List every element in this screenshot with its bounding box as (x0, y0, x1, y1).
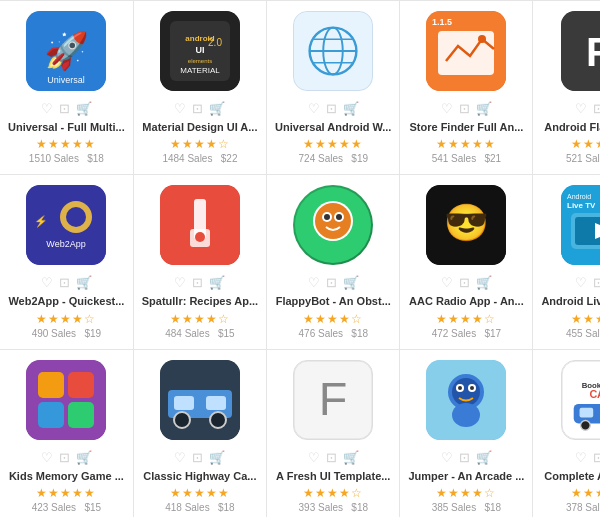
stars-material-design: ★★★★☆ (170, 137, 230, 151)
app-icon-highway[interactable] (160, 360, 240, 440)
like-icon-memory[interactable]: ♡ (41, 450, 53, 465)
meta-flappybot: 476 Sales $18 (299, 328, 369, 339)
download-icon-fresh-ui[interactable]: ⊡ (326, 450, 337, 465)
download-icon-livetv[interactable]: ⊡ (593, 275, 600, 290)
stars-aac-radio: ★★★★☆ (436, 312, 496, 326)
stars-highway: ★★★★★ (170, 486, 230, 500)
like-icon-store-finder[interactable]: ♡ (441, 101, 453, 116)
like-icon-universal[interactable]: ♡ (41, 101, 53, 116)
svg-text:🚀: 🚀 (44, 29, 89, 72)
download-icon-material-design[interactable]: ⊡ (192, 101, 203, 116)
download-icon-universal[interactable]: ⊡ (59, 101, 70, 116)
action-icons-aac-radio: ♡ ⊡ 🛒 (441, 275, 492, 290)
item-title-livetv: Android Live TV with... (541, 294, 600, 308)
app-item-fresh-ui: F ♡ ⊡ 🛒 A Fresh UI Template... ★★★★☆ 393… (267, 350, 400, 517)
like-icon-material-design[interactable]: ♡ (174, 101, 186, 116)
like-icon-flappybot[interactable]: ♡ (308, 275, 320, 290)
meta-store-finder: 541 Sales $21 (432, 153, 502, 164)
item-title-flat-ui: Android Flat UI Tem... (541, 120, 600, 134)
app-icon-web2app[interactable]: ⚡ Web2App (26, 185, 106, 265)
download-icon-memory[interactable]: ⊡ (59, 450, 70, 465)
download-icon-aac-radio[interactable]: ⊡ (459, 275, 470, 290)
svg-point-40 (336, 214, 342, 220)
svg-point-68 (470, 386, 474, 390)
like-icon-jumper[interactable]: ♡ (441, 450, 453, 465)
app-icon-livetv[interactable]: Android Live TV (561, 185, 600, 265)
app-icon-fresh-ui[interactable]: F (293, 360, 373, 440)
meta-universal: 1510 Sales $18 (29, 153, 104, 164)
action-icons-store-finder: ♡ ⊡ 🛒 (441, 101, 492, 116)
stars-livetv: ★★★★☆ (571, 312, 600, 326)
stars-fresh-ui: ★★★★☆ (303, 486, 363, 500)
cart-icon-universal[interactable]: 🛒 (76, 101, 92, 116)
cart-icon-web2app[interactable]: 🛒 (76, 275, 92, 290)
action-icons-flat-ui: ♡ ⊡ 🛒 (575, 101, 600, 116)
svg-text:Android: Android (567, 193, 591, 200)
svg-point-33 (195, 232, 205, 242)
download-icon-universal-android[interactable]: ⊡ (326, 101, 337, 116)
cart-icon-store-finder[interactable]: 🛒 (476, 101, 492, 116)
download-icon-cab[interactable]: ⊡ (593, 450, 600, 465)
app-icon-flat-ui[interactable]: F (561, 11, 600, 91)
app-icon-cab[interactable]: Book Your CAB (561, 360, 600, 440)
app-item-cab: Book Your CAB ♡ ⊡ 🛒 Complete App Base...… (533, 350, 600, 517)
item-title-universal: Universal - Full Multi... (8, 120, 125, 134)
app-item-material-design: android UI elements MATERIAL 2.0 ♡ ⊡ 🛒 M… (134, 1, 267, 175)
cart-icon-jumper[interactable]: 🛒 (476, 450, 492, 465)
like-icon-cab[interactable]: ♡ (575, 450, 587, 465)
svg-rect-74 (579, 407, 593, 417)
download-icon-web2app[interactable]: ⊡ (59, 275, 70, 290)
cart-icon-highway[interactable]: 🛒 (209, 450, 225, 465)
cart-icon-fresh-ui[interactable]: 🛒 (343, 450, 359, 465)
download-icon-flappybot[interactable]: ⊡ (326, 275, 337, 290)
meta-jumper: 385 Sales $18 (432, 502, 502, 513)
meta-material-design: 1484 Sales $22 (162, 153, 237, 164)
app-icon-flappybot[interactable] (293, 185, 373, 265)
svg-point-28 (66, 207, 86, 227)
like-icon-fresh-ui[interactable]: ♡ (308, 450, 320, 465)
download-icon-flat-ui[interactable]: ⊡ (593, 101, 600, 116)
like-icon-aac-radio[interactable]: ♡ (441, 275, 453, 290)
like-icon-livetv[interactable]: ♡ (575, 275, 587, 290)
cart-icon-memory[interactable]: 🛒 (76, 450, 92, 465)
action-icons-universal: ♡ ⊡ 🛒 (41, 101, 92, 116)
app-icon-spatullr[interactable] (160, 185, 240, 265)
stars-jumper: ★★★★☆ (436, 486, 496, 500)
app-icon-universal[interactable]: 🚀 Universal (26, 11, 106, 91)
svg-rect-53 (68, 402, 94, 428)
app-icon-aac-radio[interactable]: 😎 (426, 185, 506, 265)
cart-icon-aac-radio[interactable]: 🛒 (476, 275, 492, 290)
stars-web2app: ★★★★☆ (36, 312, 96, 326)
app-icon-jumper[interactable] (426, 360, 506, 440)
download-icon-spatullr[interactable]: ⊡ (192, 275, 203, 290)
like-icon-spatullr[interactable]: ♡ (174, 275, 186, 290)
cart-icon-universal-android[interactable]: 🛒 (343, 101, 359, 116)
svg-text:UI: UI (195, 45, 204, 55)
svg-text:CAB: CAB (589, 388, 600, 400)
cart-icon-flappybot[interactable]: 🛒 (343, 275, 359, 290)
app-icon-store-finder[interactable]: 1.1.5 (426, 11, 506, 91)
stars-flappybot: ★★★★☆ (303, 312, 363, 326)
svg-text:F: F (319, 372, 348, 424)
svg-text:1.1.5: 1.1.5 (432, 17, 452, 27)
app-icon-material-design[interactable]: android UI elements MATERIAL 2.0 (160, 11, 240, 91)
app-icon-memory[interactable] (26, 360, 106, 440)
svg-text:F: F (586, 30, 600, 74)
item-title-aac-radio: AAC Radio App - An... (408, 294, 524, 308)
svg-point-58 (174, 412, 190, 428)
svg-rect-51 (68, 372, 94, 398)
download-icon-jumper[interactable]: ⊡ (459, 450, 470, 465)
item-title-spatullr: Spatullr: Recipes Ap... (142, 294, 258, 308)
app-icon-universal-android[interactable] (293, 11, 373, 91)
cart-icon-material-design[interactable]: 🛒 (209, 101, 225, 116)
like-icon-flat-ui[interactable]: ♡ (575, 101, 587, 116)
download-icon-highway[interactable]: ⊡ (192, 450, 203, 465)
download-icon-store-finder[interactable]: ⊡ (459, 101, 470, 116)
cart-icon-spatullr[interactable]: 🛒 (209, 275, 225, 290)
svg-text:⚡: ⚡ (34, 214, 48, 228)
like-icon-universal-android[interactable]: ♡ (308, 101, 320, 116)
like-icon-web2app[interactable]: ♡ (41, 275, 53, 290)
item-title-universal-android: Universal Android W... (275, 120, 391, 134)
action-icons-fresh-ui: ♡ ⊡ 🛒 (308, 450, 359, 465)
like-icon-highway[interactable]: ♡ (174, 450, 186, 465)
